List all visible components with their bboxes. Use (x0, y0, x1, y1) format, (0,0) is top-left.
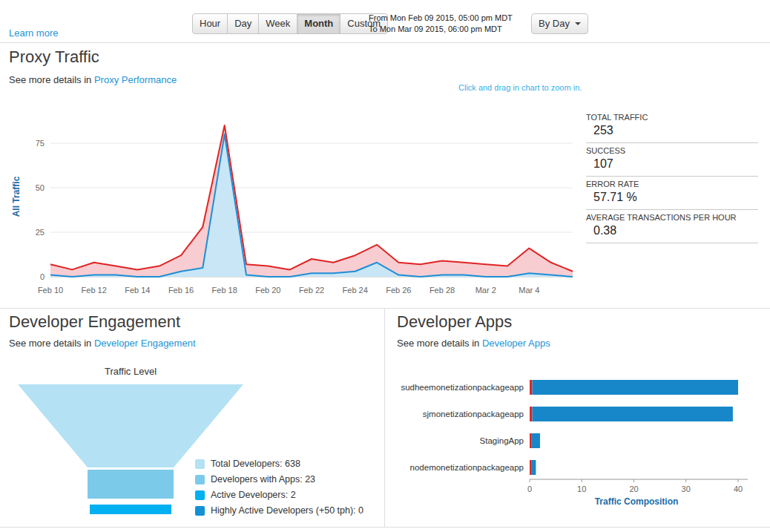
x-tick-label: Feb 14 (125, 286, 150, 295)
stat-success: SUCCESS107 (586, 143, 758, 177)
x-tick-label: Feb 20 (255, 286, 280, 295)
proxy-performance-link[interactable]: Proxy Performance (94, 74, 177, 85)
funnel-segment-developers-with-apps-23 (88, 470, 174, 499)
y-tick-label: 75 (36, 139, 45, 148)
x-tick-label: 40 (734, 485, 743, 493)
proxy-traffic-title: Proxy Traffic (9, 47, 99, 67)
range-button-hour[interactable]: Hour (192, 13, 228, 34)
section-divider (0, 308, 770, 309)
funnel-segment-total-developers-638 (18, 384, 243, 467)
section-divider (0, 42, 770, 43)
developer-engagement-title: Developer Engagement (9, 312, 180, 332)
stat-value: 0.38 (586, 224, 758, 237)
range-button-month[interactable]: Month (297, 13, 340, 34)
bar-segment-traffic (532, 433, 540, 448)
series-line-success (50, 134, 573, 277)
stats-panel: TOTAL TRAFFIC253SUCCESS107ERROR RATE57.7… (586, 110, 758, 243)
bar-segment-errors (530, 407, 533, 421)
bar-segment-errors (530, 380, 533, 395)
details-prefix: See more details in (397, 338, 479, 349)
x-tick-label: Mar 2 (476, 286, 496, 295)
stat-error-rate: ERROR RATE57.71 % (586, 177, 758, 210)
zoom-hint: Click and drag in chart to zoom in. (458, 83, 582, 92)
x-tick-label: 30 (682, 485, 691, 493)
x-tick-label: Feb 24 (343, 286, 368, 295)
series-area-success (50, 134, 573, 277)
section-divider-vertical (384, 308, 385, 527)
x-tick-label: Feb 10 (38, 286, 63, 295)
developer-engagement-link[interactable]: Developer Engagement (94, 338, 196, 349)
y-tick-label: 50 (36, 183, 45, 192)
x-tick-label: Feb 22 (299, 286, 324, 295)
legend-label: Highly Active Developers (+50 tph): 0 (211, 505, 363, 516)
x-tick-label: 20 (629, 485, 638, 493)
legend-label: Total Developers: 638 (211, 459, 300, 469)
bar-segment-errors (530, 460, 532, 475)
proxy-traffic-subtitle: See more details in Proxy Performance (9, 74, 177, 85)
group-by-label: By Day (539, 17, 570, 30)
series-area-all-traffic (50, 125, 573, 277)
date-from: From Mon Feb 09 2015, 05:00 pm MDT (369, 13, 513, 24)
group-by-dropdown[interactable]: By Day (531, 13, 588, 34)
legend-label: Active Developers: 2 (211, 490, 296, 500)
bar-segment-traffic (533, 407, 733, 421)
x-tick-label: Feb 26 (386, 286, 411, 295)
y-tick-label: 0 (40, 272, 45, 281)
x-tick-label: 10 (577, 485, 586, 493)
caret-down-icon (575, 22, 581, 25)
legend-swatch-icon (195, 459, 205, 469)
stat-total-traffic: TOTAL TRAFFIC253 (586, 110, 758, 143)
x-tick-label: Feb 18 (212, 286, 237, 295)
funnel-legend: Total Developers: 638Developers with App… (195, 459, 363, 521)
developer-apps-link[interactable]: Developer Apps (482, 338, 550, 349)
bar-category-label: nodemonetizationpackageapp (410, 463, 524, 472)
stat-label: AVERAGE TRANSACTIONS PER HOUR (586, 213, 758, 222)
stat-value: 57.71 % (586, 191, 758, 204)
analytics-dashboard: Learn more HourDayWeekMonthCustom From M… (0, 0, 770, 532)
stat-label: SUCCESS (586, 146, 758, 155)
y-axis-title: All Traffic (11, 176, 22, 217)
range-button-day[interactable]: Day (227, 13, 259, 34)
developer-apps-subtitle: See more details in Developer Apps (397, 338, 550, 349)
legend-swatch-icon (195, 506, 205, 516)
funnel-chart-title: Traffic Level (0, 366, 261, 377)
x-tick-label: Feb 12 (82, 286, 107, 295)
legend-item: Active Developers: 2 (195, 490, 363, 500)
range-button-group: HourDayWeekMonthCustom (192, 13, 388, 34)
bar-category-label: sjmonetizationpackageapp (423, 410, 524, 418)
section-divider (0, 527, 770, 528)
developer-apps-title: Developer Apps (397, 312, 512, 332)
legend-label: Developers with Apps: 23 (211, 474, 315, 485)
bar-segment-errors (530, 433, 532, 448)
stat-label: TOTAL TRAFFIC (586, 113, 758, 122)
x-tick-label: Feb 16 (168, 286, 194, 295)
x-tick-label: Mar 4 (519, 286, 539, 295)
legend-swatch-icon (195, 490, 205, 500)
details-prefix: See more details in (9, 74, 91, 85)
y-tick-label: 25 (36, 228, 45, 237)
legend-item: Highly Active Developers (+50 tph): 0 (195, 505, 363, 516)
bar-category-label: StagingApp (480, 436, 524, 445)
legend-item: Total Developers: 638 (195, 459, 363, 469)
stat-value: 107 (586, 157, 758, 171)
range-button-week[interactable]: Week (258, 13, 297, 34)
date-range: From Mon Feb 09 2015, 05:00 pm MDT To Mo… (369, 13, 513, 35)
series-line-all-traffic (50, 125, 573, 272)
legend-item: Developers with Apps: 23 (195, 474, 363, 485)
details-prefix: See more details in (9, 338, 91, 349)
stat-average-transactions-per-hour: AVERAGE TRANSACTIONS PER HOUR0.38 (586, 210, 758, 243)
x-tick-label: Feb 28 (430, 286, 455, 295)
developer-apps-chart: sudheemonetizationpackageappsjmonetizati… (387, 370, 770, 518)
learn-more-link[interactable]: Learn more (9, 27, 58, 39)
date-to: To Mon Mar 09 2015, 06:00 pm MDT (369, 24, 513, 35)
x-axis-title: Traffic Composition (595, 496, 679, 507)
proxy-traffic-chart[interactable]: 0255075Feb 10Feb 12Feb 14Feb 16Feb 18Feb… (3, 106, 582, 301)
x-tick-label: 0 (527, 485, 532, 493)
stat-value: 253 (586, 124, 758, 137)
developer-engagement-subtitle: See more details in Developer Engagement (9, 338, 196, 349)
bar-segment-traffic (532, 460, 536, 475)
stat-label: ERROR RATE (586, 180, 758, 188)
bar-category-label: sudheemonetizationpackageapp (401, 383, 524, 392)
bar-segment-traffic (533, 380, 739, 395)
funnel-segment-active-developers-2 (90, 505, 171, 514)
